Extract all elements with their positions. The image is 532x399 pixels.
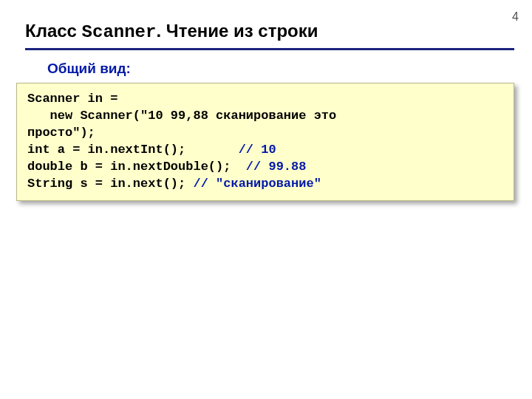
code-l6a: String s = in.next(); bbox=[27, 177, 193, 191]
title-post: . Чтение из строки bbox=[156, 21, 318, 41]
subtitle: Общий вид: bbox=[47, 61, 514, 77]
code-l3: просто"); bbox=[27, 126, 95, 140]
title-mono: Scanner bbox=[82, 22, 157, 42]
code-l1: Scanner in = bbox=[27, 92, 126, 106]
title-pre: Класс bbox=[25, 21, 82, 41]
code-l5-comment: // 99.88 bbox=[246, 160, 307, 174]
code-block: Scanner in = new Scanner("10 99,88 скани… bbox=[16, 83, 514, 201]
code-l2: new Scanner("10 99,88 сканирование это bbox=[27, 109, 336, 123]
code-l4-comment: // 10 bbox=[239, 143, 276, 157]
code-l5a: double b = in.nextDouble(); bbox=[27, 160, 246, 174]
slide-title: Класс Scanner. Чтение из строки bbox=[25, 21, 514, 50]
page-number: 4 bbox=[512, 10, 519, 24]
code-l4a: int a = in.nextInt(); bbox=[27, 143, 239, 157]
code-l6-comment: // "сканирование" bbox=[193, 177, 321, 191]
